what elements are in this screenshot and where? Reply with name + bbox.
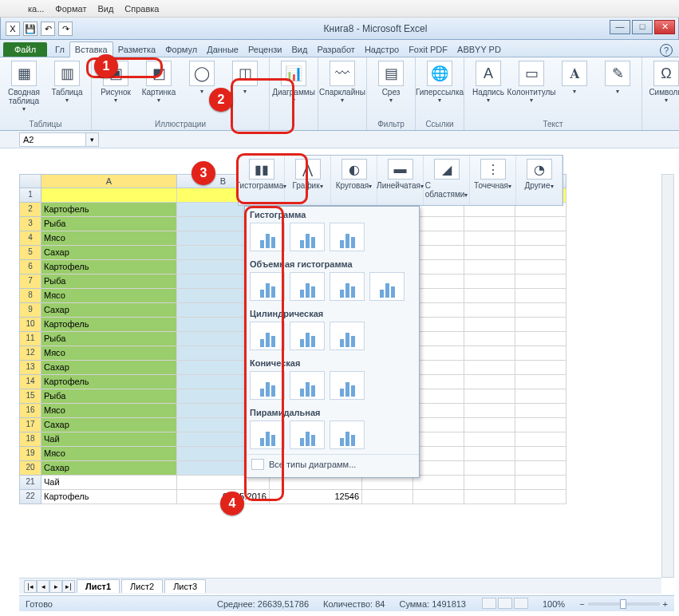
- cell-A6[interactable]: Картофель: [41, 260, 177, 274]
- cell-F13[interactable]: [464, 361, 515, 375]
- cell-G6[interactable]: [515, 260, 566, 274]
- sheet-tab-nav[interactable]: |◂◂▸▸|: [24, 580, 75, 593]
- cell-F19[interactable]: [464, 447, 515, 461]
- cell-F20[interactable]: [464, 461, 515, 476]
- cell-A19[interactable]: Мясо: [41, 447, 177, 461]
- tab-надстро[interactable]: Надстро: [360, 42, 404, 57]
- column-header-A[interactable]: A: [41, 174, 177, 188]
- gallery-item[interactable]: [290, 223, 325, 251]
- view-buttons[interactable]: [480, 598, 528, 610]
- gallery-item[interactable]: [250, 322, 285, 350]
- cell-E22[interactable]: [413, 490, 464, 504]
- cell-A18[interactable]: Чай: [41, 432, 177, 447]
- cell-A12[interactable]: Мясо: [41, 346, 177, 361]
- tab-разработ[interactable]: Разработ: [312, 42, 359, 57]
- cell-G18[interactable]: [515, 432, 566, 447]
- chart-type-line[interactable]: ⋀График: [285, 156, 331, 205]
- cell-E13[interactable]: [413, 361, 464, 375]
- cell-G17[interactable]: [515, 418, 566, 432]
- row-header[interactable]: 11: [19, 332, 41, 346]
- gallery-item[interactable]: [290, 371, 325, 400]
- menu-item[interactable]: Справка: [124, 4, 159, 14]
- row-header[interactable]: 6: [19, 260, 41, 274]
- cell-G19[interactable]: [515, 447, 566, 461]
- cell-A10[interactable]: Картофель: [41, 318, 177, 332]
- gallery-item[interactable]: [290, 272, 325, 301]
- gallery-item[interactable]: [250, 371, 285, 400]
- symbols-button[interactable]: ΩСимволы: [647, 61, 679, 104]
- cell-F16[interactable]: [464, 404, 515, 418]
- cell-F8[interactable]: [464, 289, 515, 303]
- row-header[interactable]: 18: [19, 432, 41, 447]
- cell-F5[interactable]: [464, 246, 515, 260]
- row-header[interactable]: 14: [19, 375, 41, 389]
- cell-G22[interactable]: [515, 490, 566, 504]
- cell-A4[interactable]: Мясо: [41, 231, 177, 246]
- cell-G10[interactable]: [515, 318, 566, 332]
- gallery-item[interactable]: [250, 421, 285, 449]
- gallery-item[interactable]: [330, 421, 365, 449]
- name-box-dropdown[interactable]: ▾: [86, 132, 99, 147]
- cell-G11[interactable]: [515, 332, 566, 346]
- chart-type-area[interactable]: ◢С областями: [424, 156, 470, 205]
- cell-F12[interactable]: [464, 346, 515, 361]
- tab-данные[interactable]: Данные: [202, 42, 243, 57]
- cell-F4[interactable]: [464, 231, 515, 246]
- chart-type-bar[interactable]: ▬Линейчатая: [377, 156, 424, 205]
- cell-G8[interactable]: [515, 289, 566, 303]
- clipart-button[interactable]: ◩Картинка: [140, 61, 178, 104]
- cell-E7[interactable]: [413, 274, 464, 289]
- cell-G14[interactable]: [515, 375, 566, 389]
- signature-button[interactable]: ✎: [598, 61, 637, 95]
- row-header[interactable]: 4: [19, 231, 41, 246]
- minimize-button[interactable]: —: [610, 20, 630, 34]
- row-header[interactable]: 10: [19, 318, 41, 332]
- tab-file[interactable]: Файл: [3, 42, 47, 57]
- cell-G9[interactable]: [515, 303, 566, 318]
- gallery-item[interactable]: [330, 371, 365, 400]
- cell-A17[interactable]: Сахар: [41, 418, 177, 432]
- cell-E16[interactable]: [413, 404, 464, 418]
- row-header[interactable]: 21: [19, 476, 41, 490]
- row-header[interactable]: 9: [19, 303, 41, 318]
- cell-G21[interactable]: [515, 476, 566, 490]
- cell-A22[interactable]: Картофель: [41, 490, 177, 504]
- menu-item[interactable]: ка...: [28, 4, 44, 14]
- chart-type-pie[interactable]: ◐Круговая: [331, 156, 377, 205]
- cell-G5[interactable]: [515, 246, 566, 260]
- cell-E14[interactable]: [413, 375, 464, 389]
- row-header[interactable]: 12: [19, 346, 41, 361]
- cell-F6[interactable]: [464, 260, 515, 274]
- sheet-tab-Лист3[interactable]: Лист3: [164, 579, 206, 593]
- cell-B22[interactable]: 06.05.2016: [177, 490, 270, 504]
- wordart-button[interactable]: 𝐀: [555, 61, 594, 95]
- cell-A20[interactable]: Сахар: [41, 461, 177, 476]
- cell-G12[interactable]: [515, 346, 566, 361]
- vertical-scrollbar[interactable]: [661, 174, 674, 578]
- row-header[interactable]: 22: [19, 490, 41, 504]
- row-header[interactable]: 5: [19, 246, 41, 260]
- row-header[interactable]: 15: [19, 389, 41, 404]
- cell-E20[interactable]: [413, 461, 464, 476]
- zoom-level[interactable]: 100%: [543, 599, 565, 609]
- row-header[interactable]: 1: [19, 188, 41, 203]
- cell-A15[interactable]: Рыба: [41, 389, 177, 404]
- cell-G3[interactable]: [515, 217, 566, 231]
- tab-формул[interactable]: Формул: [160, 42, 202, 57]
- cell-G4[interactable]: [515, 231, 566, 246]
- cell-E15[interactable]: [413, 389, 464, 404]
- cell-E21[interactable]: [413, 476, 464, 490]
- row-header[interactable]: 8: [19, 289, 41, 303]
- menu-item[interactable]: Вид: [97, 4, 113, 14]
- cell-F15[interactable]: [464, 389, 515, 404]
- gallery-item[interactable]: [250, 272, 285, 301]
- gallery-item[interactable]: [330, 322, 365, 350]
- cell-E4[interactable]: [413, 231, 464, 246]
- gallery-item[interactable]: [290, 421, 325, 449]
- cell-A21[interactable]: Чай: [41, 476, 177, 490]
- sparklines-button[interactable]: 〰Спарклайны: [323, 61, 361, 104]
- gallery-item[interactable]: [290, 322, 325, 350]
- cell-F3[interactable]: [464, 217, 515, 231]
- all-chart-types-link[interactable]: Все типы диаграмм...: [245, 454, 419, 474]
- sheet-tab-Лист2[interactable]: Лист2: [121, 579, 163, 593]
